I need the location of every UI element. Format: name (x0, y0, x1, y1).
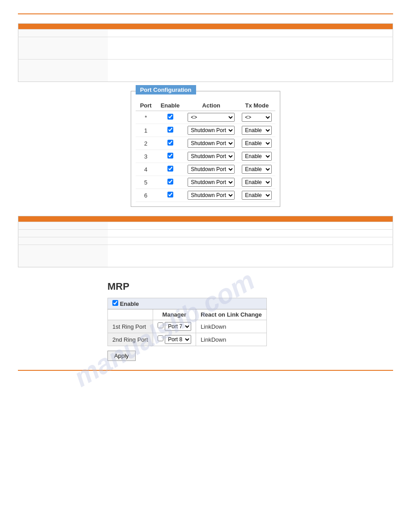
mrp-manager-checkbox[interactable] (158, 335, 163, 341)
port-data-row: 3 Shutdown PortLog OnlyNone EnableDisabl… (136, 150, 276, 163)
port-number-cell: 4 (136, 163, 156, 176)
mrp-enable-cell: Enable (108, 298, 267, 309)
port-action-select[interactable]: Shutdown PortLog OnlyNone (188, 152, 235, 161)
apply-button[interactable]: Apply (107, 351, 136, 361)
port-col-header: Port (136, 100, 156, 111)
port-action-cell[interactable]: Shutdown PortLog OnlyNone (184, 137, 238, 150)
mrp-data-row: 2nd Ring Port Port 8Port 7Port 1Port 2Po… (108, 333, 267, 346)
table-cell-value (108, 60, 393, 82)
table-cell-value (108, 222, 393, 230)
port-enable-cell[interactable] (156, 124, 184, 137)
port-config-title: Port Configuration (136, 85, 196, 94)
port-tx-select[interactable]: EnableDisable (242, 152, 272, 161)
port-enable-checkbox[interactable] (167, 179, 173, 184)
mrp-port-select[interactable]: Port 7Port 8Port 1Port 2Port 3Port 4Port… (165, 322, 191, 331)
port-enable-checkbox[interactable] (167, 127, 173, 133)
table-row (18, 222, 393, 230)
table-cell-label (18, 60, 108, 82)
port-tx-select[interactable]: EnableDisable (242, 126, 272, 135)
table-cell-label (18, 245, 108, 267)
table-row (18, 230, 393, 237)
port-enable-cell[interactable] (156, 111, 184, 124)
table-cell-label (18, 230, 108, 237)
bottom-info-table (18, 216, 393, 267)
table-cell-label (18, 222, 108, 230)
port-action-select[interactable]: Shutdown PortLog OnlyNone (188, 178, 235, 187)
port-enable-checkbox[interactable] (167, 166, 173, 172)
mrp-table: Enable Manager React on Link Change 1st … (107, 298, 267, 346)
port-action-cell[interactable]: Shutdown PortLog OnlyNone (184, 124, 238, 137)
mrp-column-header-row: Manager React on Link Change (108, 309, 267, 320)
port-action-cell[interactable]: Shutdown PortLog OnlyNone (184, 189, 238, 202)
port-enable-checkbox[interactable] (167, 192, 173, 197)
port-tx-select[interactable]: EnableDisable (242, 165, 272, 174)
port-tx-cell[interactable]: EnableDisable (238, 124, 275, 137)
port-number-cell: 1 (136, 124, 156, 137)
port-tx-cell[interactable]: EnableDisable (238, 176, 275, 189)
mrp-enable-label: Enable (120, 300, 139, 307)
table-row (18, 245, 393, 267)
mrp-row-label: 2nd Ring Port (108, 333, 153, 346)
port-tx-select[interactable]: <> Enable Disable (242, 113, 272, 122)
port-number-cell: 3 (136, 150, 156, 163)
top-table-col2-header (108, 24, 393, 30)
table-cell-label (18, 30, 108, 37)
port-action-select[interactable]: Shutdown PortLog OnlyNone (188, 165, 235, 174)
port-enable-checkbox[interactable] (167, 153, 173, 159)
port-config-inner: Port Enable Action Tx Mode * <> Shutdown… (131, 91, 280, 206)
port-enable-cell[interactable] (156, 150, 184, 163)
port-action-select[interactable]: Shutdown PortLog OnlyNone (188, 126, 235, 135)
port-table: Port Enable Action Tx Mode * <> Shutdown… (136, 100, 276, 202)
port-number-cell: 6 (136, 189, 156, 202)
port-data-row: 2 Shutdown PortLog OnlyNone EnableDisabl… (136, 137, 276, 150)
mrp-manager-checkbox[interactable] (158, 322, 163, 328)
port-enable-cell[interactable] (156, 176, 184, 189)
port-tx-cell[interactable]: EnableDisable (238, 163, 275, 176)
port-action-select[interactable]: Shutdown PortLog OnlyNone (188, 191, 235, 200)
port-data-row: 4 Shutdown PortLog OnlyNone EnableDisabl… (136, 163, 276, 176)
mrp-port-select[interactable]: Port 8Port 7Port 1Port 2Port 3Port 4Port… (165, 335, 191, 344)
port-enable-cell[interactable] (156, 137, 184, 150)
port-enable-checkbox[interactable] (167, 114, 173, 120)
port-data-row: 5 Shutdown PortLog OnlyNone EnableDisabl… (136, 176, 276, 189)
table-cell-value (108, 237, 393, 245)
port-tx-select[interactable]: EnableDisable (242, 191, 272, 200)
mrp-data-row: 1st Ring Port Port 7Port 8Port 1Port 2Po… (108, 320, 267, 333)
port-action-cell[interactable]: <> Shutdown Port Log Only (184, 111, 238, 124)
mrp-manager-cell[interactable]: Port 8Port 7Port 1Port 2Port 3Port 4Port… (153, 333, 196, 346)
port-number-cell: 5 (136, 176, 156, 189)
table-row (18, 37, 393, 60)
mrp-manager-cell[interactable]: Port 7Port 8Port 1Port 2Port 3Port 4Port… (153, 320, 196, 333)
port-action-cell[interactable]: Shutdown PortLog OnlyNone (184, 163, 238, 176)
port-tx-cell[interactable]: EnableDisable (238, 150, 275, 163)
mrp-row-label: 1st Ring Port (108, 320, 153, 333)
table-row (18, 30, 393, 37)
table-cell-value (108, 37, 393, 60)
port-tx-select[interactable]: EnableDisable (242, 178, 272, 187)
port-action-cell[interactable]: Shutdown PortLog OnlyNone (184, 150, 238, 163)
port-enable-cell[interactable] (156, 189, 184, 202)
enable-col-header: Enable (156, 100, 184, 111)
port-data-row: 6 Shutdown PortLog OnlyNone EnableDisabl… (136, 189, 276, 202)
mrp-enable-checkbox[interactable] (112, 300, 118, 306)
port-tx-cell[interactable]: EnableDisable (238, 189, 275, 202)
port-number-cell: 2 (136, 137, 156, 150)
mrp-title: MRP (107, 281, 393, 292)
table-row (18, 60, 393, 82)
port-enable-cell[interactable] (156, 163, 184, 176)
port-tx-cell[interactable]: EnableDisable (238, 137, 275, 150)
port-action-select[interactable]: <> Shutdown Port Log Only (188, 113, 235, 122)
mrp-react-cell: LinkDown (196, 333, 267, 346)
port-enable-checkbox[interactable] (167, 140, 173, 146)
port-action-cell[interactable]: Shutdown PortLog OnlyNone (184, 176, 238, 189)
table-cell-label (18, 237, 108, 245)
table-cell-value (108, 30, 393, 37)
port-config-box: Port Configuration Port Enable Action Tx… (131, 91, 281, 207)
mrp-col-react: React on Link Change (196, 309, 267, 320)
port-config-wrapper: Port Configuration Port Enable Action Tx… (18, 91, 393, 207)
port-tx-cell[interactable]: <> Enable Disable (238, 111, 275, 124)
port-action-select[interactable]: Shutdown PortLog OnlyNone (188, 139, 235, 148)
mrp-col-manager: Manager (153, 309, 196, 320)
port-tx-select[interactable]: EnableDisable (242, 139, 272, 148)
bottom-table-col2-header (108, 216, 393, 222)
